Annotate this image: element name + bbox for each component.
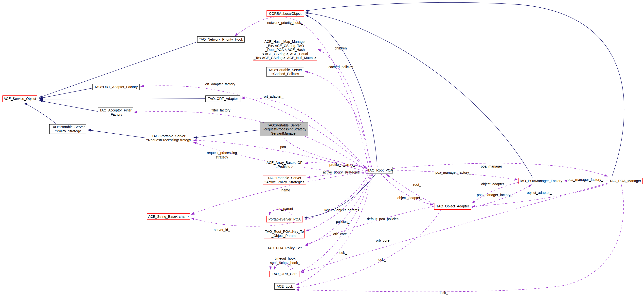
- edge-label-lock: lock_: [440, 291, 448, 295]
- node-label-line: TAO_Root_POA::Key_To: [265, 230, 304, 234]
- node-label-line: ::Cached_Policies: [271, 72, 299, 76]
- edge-poamanager-to-localobject: [305, 2, 624, 177]
- node-tao-network-priority-hook[interactable]: TAO_Network_Priority_Hook: [197, 36, 244, 43]
- edge-label-policies: policies_: [336, 220, 349, 224]
- node-acceptor-filter-factory[interactable]: TAO_Acceptor_Filter_Factory: [98, 108, 133, 117]
- node-label-line: PortableServer::POA: [268, 217, 301, 221]
- node-request-processing-strategy[interactable]: TAO::Portable_Server::RequestProcessingS…: [145, 133, 192, 143]
- diagram-canvas: CORBA::LocalObjectTAO_Network_Priority_H…: [0, 0, 644, 296]
- edge-layer: [0, 0, 644, 296]
- node-corba-localobject[interactable]: CORBA::LocalObject: [266, 10, 304, 17]
- node-label-line: ACE_Service_Object: [4, 97, 36, 101]
- edge-label-poa-manager-factory: poa_manager_factory_: [477, 193, 512, 197]
- node-active-policy-strategies[interactable]: TAO::Portable_Server::Active_Policy_Stra…: [263, 175, 306, 185]
- edge-policystrategy-to-serviceobject: [24, 103, 57, 124]
- edge-label-filter-factory: filter_factory_: [212, 108, 232, 112]
- node-label-line: _Ex< ACE_CString, TAO: [266, 44, 304, 48]
- edge-cached-policies: [305, 71, 372, 167]
- node-label-line: ACE_String_Base< char >: [148, 215, 188, 219]
- edge-ort-adapter-factory: [140, 86, 368, 169]
- node-label-line: ::ProfileId >: [276, 165, 293, 169]
- node-policy-strategy[interactable]: TAO::Portable_Server::Policy_Strategy: [49, 124, 86, 134]
- node-label-line: TAO::ORT_Adapter: [208, 97, 238, 101]
- node-label-line: TAO_POA_Policy_Set: [267, 246, 302, 250]
- node-request-processing-strategy-servant-manager[interactable]: TAO::Portable_Server::RequestProcessingS…: [260, 123, 308, 136]
- node-label-line: TAO_Network_Priority_Hook: [199, 37, 243, 42]
- edge-reqproc-to-policystrategy: [88, 130, 145, 138]
- node-label-line: ACE_Array_Base< IOP: [266, 161, 302, 165]
- edge-label-lock: lock_: [378, 258, 386, 262]
- node-label-line: TAO_Acceptor_Filter: [100, 108, 132, 113]
- edge-label-request-processing: request_processing: [207, 151, 237, 155]
- node-label-line: < ACE_CString >, ACE_Equal: [262, 52, 308, 56]
- node-label-line: ACE_Hash_Map_Manager: [264, 40, 306, 44]
- node-ace-hash-map-manager[interactable]: ACE_Hash_Map_Manager_Ex< ACE_CString, TA…: [253, 39, 317, 61]
- edge-label-root: root_: [413, 183, 421, 186]
- edge-label-lock: lock_: [339, 251, 347, 255]
- edge-label-server-id: server_id_: [214, 228, 230, 232]
- node-portableserver-poa[interactable]: PortableServer::POA: [266, 216, 303, 222]
- node-ace-string-base[interactable]: ACE_String_Base< char >: [147, 213, 190, 220]
- node-tao-poa-policy-set[interactable]: TAO_POA_Policy_Set: [265, 245, 304, 251]
- node-ace-service-object[interactable]: ACE_Service_Object: [2, 96, 37, 102]
- node-label-line: TAO::ORT_Adapter_Factory: [94, 85, 138, 89]
- edge-object-adapter-from-rootpoa: [381, 173, 434, 205]
- edge-poamanagerfactory-to-localobject: [305, 13, 532, 177]
- edge-label-ort-adapter-factory: ort_adapter_factory_: [205, 82, 237, 86]
- node-label-line: _Factory: [109, 113, 122, 117]
- edge-label-poa-manager-factory: poa_manager_factory_: [436, 170, 471, 174]
- node-label-line: ::RequestProcessingStrategy: [146, 138, 191, 142]
- edge-label-poa-manager: poa_manager_: [481, 164, 504, 168]
- node-label-line: ::Active_Policy_Strategies: [264, 180, 304, 184]
- edge-label-object-adapter: object_adapter_: [481, 182, 506, 186]
- node-label-line: _Root_POA *, ACE_Hash: [265, 48, 305, 52]
- node-label-line: _Object_Params: [272, 234, 297, 238]
- edge-label-profile-id-array: profile_id_array_: [330, 163, 355, 166]
- node-tao-poamanager-factory[interactable]: TAO_POAManager_Factory: [518, 178, 563, 184]
- edge-ortadapter-to-serviceobject: [40, 99, 206, 99]
- node-label-line: ::Policy_Strategy: [55, 129, 80, 133]
- node-tao-orb-core[interactable]: TAO_ORB_Core: [270, 271, 300, 277]
- edge-label-orb-core: orb_core_: [376, 238, 391, 242]
- edge-label-poa-manager-factory: poa_manager_factory_: [568, 178, 603, 182]
- edge-label-default-poa-policies: default_poa_policies_: [367, 217, 400, 221]
- node-label-line: TAO::Portable_Server: [268, 176, 301, 180]
- edge-label-key-to-object-params: key_to_object_params_: [324, 208, 361, 212]
- edge-label-sync-scope-hook: sync_scope_hook_: [270, 261, 300, 265]
- edge-label-name: name_: [282, 188, 292, 192]
- node-label-line: TAO_Root_POA: [368, 168, 393, 172]
- node-label-line: TAO::Portable_Server: [267, 123, 301, 128]
- node-label-line: TAO::Portable_Server: [152, 134, 186, 138]
- edge-label-object-adapter: object_adapter_: [398, 196, 422, 200]
- node-label-line: TAO_POA_Manager: [610, 179, 641, 183]
- node-label-line: _To< ACE_CString >, ACE_Null_Mutex >: [254, 56, 316, 60]
- edge-lock-from-rootpoa: [296, 173, 373, 285]
- node-tao-poa-manager[interactable]: TAO_POA_Manager: [608, 178, 642, 184]
- node-key-to-object-params[interactable]: TAO_Root_POA::Key_To_Object_Params: [264, 229, 305, 238]
- node-ort-adapter[interactable]: TAO::ORT_Adapter: [206, 96, 240, 102]
- edge-rootpoa-to-localobject: [305, 15, 377, 167]
- edge-label-active-policy-strategies: active_policy_strategies_: [323, 170, 362, 174]
- node-label-line: TAO_ORB_Core: [272, 272, 298, 276]
- node-label-line: CORBA::LocalObject: [269, 11, 302, 16]
- node-label-line: TAO_Object_Adapter: [436, 204, 469, 208]
- node-ort-adapter-factory[interactable]: TAO::ORT_Adapter_Factory: [92, 84, 140, 90]
- edge-label-orb-core: orb_core_: [333, 232, 349, 236]
- node-label-line: ServantManager: [271, 131, 297, 136]
- edge-lock-from-objectadapter: [296, 209, 441, 288]
- node-cached-policies[interactable]: TAO::Portable_Server::Cached_Policies: [266, 67, 304, 77]
- edge-label-cached-policies: cached_policies_: [328, 65, 355, 69]
- node-ace-lock[interactable]: ACE_Lock: [274, 283, 295, 290]
- edge-label-poa: poa_: [280, 145, 288, 149]
- node-tao-object-adapter[interactable]: TAO_Object_Adapter: [434, 203, 471, 210]
- edge-servantmanager-to-reqproc: [194, 130, 260, 138]
- edge-orb-core-from-manager: [301, 183, 608, 273]
- edge-label-timeout-hook: timeout_hook_: [275, 256, 297, 260]
- edge-label-ort-adapter: ort_adapter_: [264, 95, 283, 98]
- node-tao-root-poa[interactable]: TAO_Root_POA: [368, 167, 393, 173]
- edge-label-object-adapter: object_adapter_: [527, 191, 552, 195]
- node-ace-array-base[interactable]: ACE_Array_Base< IOP::ProfileId >: [265, 160, 304, 169]
- edge-ortadapterfactory-to-serviceobject: [40, 88, 92, 98]
- edge-label-strategy: _strategy_: [214, 155, 230, 159]
- edge-label-the-parent: the_parent: [277, 207, 293, 211]
